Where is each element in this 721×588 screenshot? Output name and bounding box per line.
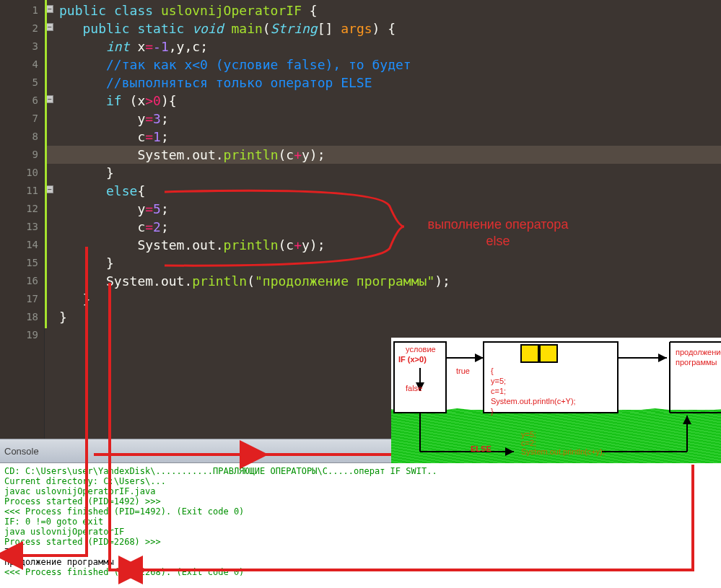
change-marker: [45, 0, 47, 328]
console-line: <<< Process finished (PID=1492). (Exit c…: [4, 506, 717, 517]
code-line: //выполняться только оператор ELSE: [59, 74, 721, 92]
line-number: 15: [0, 254, 44, 272]
code-line: y=5;: [59, 200, 721, 218]
console-line: Process started (PID=2268) >>>: [4, 537, 717, 547]
console-line: IF: 0 !=0 goto exit: [4, 517, 717, 527]
code-line: c=2;: [59, 218, 721, 236]
line-number: 19: [0, 326, 44, 344]
svg-rect-3: [521, 345, 538, 362]
svg-rect-4: [540, 345, 557, 362]
code-line: public class uslovnijOperatorIF {: [59, 1, 721, 19]
code-line: }: [59, 290, 721, 308]
console-line: 7: [4, 547, 717, 557]
line-number: 7: [0, 110, 44, 128]
line-number: 5: [0, 74, 44, 92]
line-number: 8: [0, 128, 44, 146]
console-line: продолжение программы: [4, 557, 717, 567]
line-number: 4: [0, 56, 44, 74]
line-number: 16: [0, 272, 44, 290]
code-line: int x=-1,y,c;: [59, 38, 721, 56]
line-number: 13: [0, 218, 44, 236]
code-line: System.out.println("продолжение программ…: [59, 272, 721, 290]
code-line: System.out.println(c+y);: [59, 236, 721, 254]
line-number: 1: [0, 1, 44, 19]
line-number: 6: [0, 92, 44, 110]
line-number: 10: [0, 164, 44, 182]
line-number: 2: [0, 19, 44, 38]
code-line: //так как x<0 (условие false), то будет: [59, 56, 721, 74]
line-number: 12: [0, 200, 44, 218]
code-line: public static void main(String[] args) {: [59, 19, 721, 38]
line-number: 18: [0, 308, 44, 326]
console-line: Current directory: C:\Users\...: [4, 476, 717, 486]
line-number-gutter: 1 2 3 4 5 6 7 8 9 10 11 12 13 14 15 16 1…: [0, 0, 45, 439]
console-line: CD: C:\Users\user\YandexDisk\...........…: [4, 466, 717, 476]
code-line: if (x>0){: [59, 92, 721, 110]
line-number: 17: [0, 290, 44, 308]
code-line: else{: [59, 182, 721, 200]
code-line: }: [59, 254, 721, 272]
console-line: javac uslovnijOperatorIF.java: [4, 486, 717, 496]
line-number: 11: [0, 182, 44, 200]
flowchart-diagram: условие IF (x>0) true false ELSE { y=5; …: [391, 338, 721, 463]
console-line: <<< Process finished (PID=2268). (Exit c…: [4, 567, 717, 577]
line-number: 3: [0, 38, 44, 56]
annotation-else-label: выполнение оператора else: [419, 216, 577, 250]
console-line: Process started (PID=1492) >>>: [4, 496, 717, 506]
code-line: }: [59, 308, 721, 326]
code-line: }: [59, 164, 721, 182]
console-label: Console: [4, 446, 39, 457]
console-output[interactable]: CD: C:\Users\user\YandexDisk\...........…: [0, 463, 721, 588]
line-number: 14: [0, 236, 44, 254]
line-number: 9: [0, 146, 44, 164]
code-line-current: System.out.println(c+y);: [45, 146, 721, 164]
code-line: c=1;: [59, 128, 721, 146]
code-line: y=3;: [59, 110, 721, 128]
console-line: java uslovnijOperatorIF: [4, 527, 717, 537]
